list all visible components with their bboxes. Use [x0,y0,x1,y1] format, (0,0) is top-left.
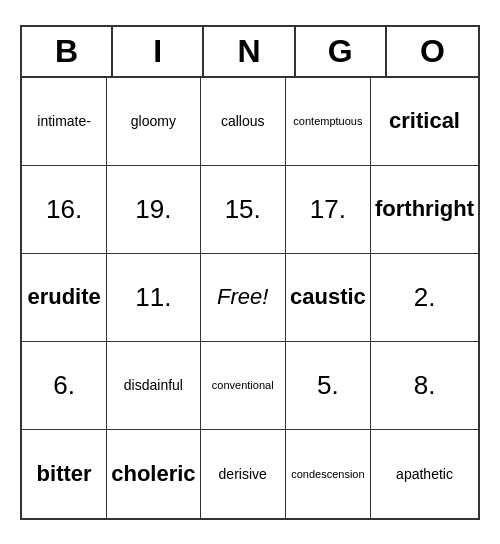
cell-r2-c3: caustic [286,254,371,342]
cell-r0-c2: callous [201,78,286,166]
cell-r2-c2: Free! [201,254,286,342]
header-letter-n: N [204,27,295,76]
cell-r3-c2: conventional [201,342,286,430]
cell-r4-c4: apathetic [371,430,478,518]
cell-r0-c4: critical [371,78,478,166]
cell-r1-c1: 19. [107,166,200,254]
cell-r1-c0: 16. [22,166,107,254]
cell-r3-c4: 8. [371,342,478,430]
cell-r0-c1: gloomy [107,78,200,166]
cell-r0-c3: contemptuous [286,78,371,166]
header-letter-g: G [296,27,387,76]
cell-r4-c2: derisive [201,430,286,518]
bingo-grid: intimate-gloomycallouscontemptuouscritic… [22,78,478,518]
cell-r2-c1: 11. [107,254,200,342]
cell-r1-c4: forthright [371,166,478,254]
header-letter-o: O [387,27,478,76]
cell-r3-c3: 5. [286,342,371,430]
cell-r2-c0: erudite [22,254,107,342]
cell-r3-c0: 6. [22,342,107,430]
header-letter-i: I [113,27,204,76]
cell-r3-c1: disdainful [107,342,200,430]
bingo-header: BINGO [22,27,478,78]
cell-r0-c0: intimate- [22,78,107,166]
cell-r1-c2: 15. [201,166,286,254]
cell-r1-c3: 17. [286,166,371,254]
cell-r4-c3: condescension [286,430,371,518]
header-letter-b: B [22,27,113,76]
cell-r4-c1: choleric [107,430,200,518]
bingo-card: BINGO intimate-gloomycallouscontemptuous… [20,25,480,520]
cell-r2-c4: 2. [371,254,478,342]
cell-r4-c0: bitter [22,430,107,518]
